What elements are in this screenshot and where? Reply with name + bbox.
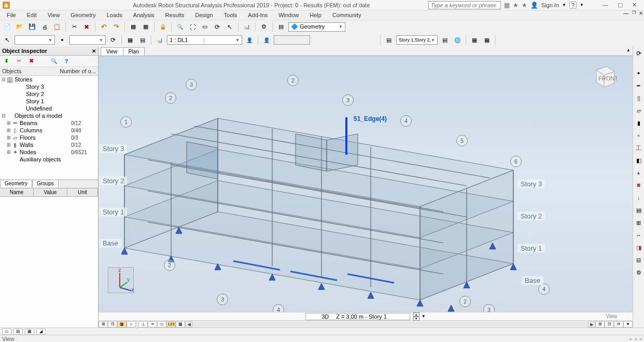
- release-button[interactable]: ✖: [634, 181, 643, 190]
- zoom-prev-button[interactable]: [200, 22, 210, 32]
- dropdown-icon[interactable]: ▼: [562, 3, 566, 7]
- axis-button[interactable]: ⊞: [634, 218, 643, 227]
- vscroll-up-button[interactable]: ▲: [626, 48, 631, 52]
- menu-analysis[interactable]: Analysis: [129, 11, 159, 19]
- tree-walls[interactable]: ⊞▮Walls0/12: [0, 141, 98, 148]
- selection-filter-button[interactable]: [125, 35, 135, 45]
- view-cube[interactable]: FRONT: [591, 62, 617, 88]
- opening-button[interactable]: ▫: [634, 131, 643, 140]
- menu-help[interactable]: Help: [305, 11, 326, 19]
- menu-loads[interactable]: Loads: [102, 11, 127, 19]
- osnap-button[interactable]: 123: [166, 321, 176, 327]
- disp-button[interactable]: ◢: [36, 329, 46, 335]
- mode-button[interactable]: [261, 35, 272, 45]
- story-combo[interactable]: Story 1,Story 2,S ▼: [396, 35, 438, 45]
- disp-button[interactable]: ▭: [2, 329, 11, 335]
- regenerate-button[interactable]: [634, 49, 643, 58]
- story-icon[interactable]: [384, 35, 394, 45]
- filter2-button[interactable]: ✂: [15, 57, 23, 65]
- minimize-button[interactable]: —: [603, 2, 608, 8]
- 3d-canvas[interactable]: 1 2 3 2 3 4 5 6 2 3 4 4 3 2 Story 3 Stor…: [99, 56, 633, 312]
- doc-minimize-button[interactable]: —: [623, 10, 628, 16]
- groups-tab[interactable]: Groups: [32, 180, 59, 187]
- autodesk-app-icon[interactable]: ▦: [504, 2, 510, 9]
- dimension-button[interactable]: [634, 230, 643, 240]
- view-tab[interactable]: View: [101, 47, 123, 56]
- tree-beams[interactable]: ⊞━Beams0/12: [0, 119, 98, 127]
- menu-edit[interactable]: Edit: [22, 11, 41, 19]
- support-button[interactable]: [634, 168, 643, 177]
- tree-story3[interactable]: Story 3: [0, 83, 98, 90]
- tree-aux[interactable]: Auxiliary objects: [0, 156, 98, 163]
- nav-button-3[interactable]: ⟳: [614, 321, 623, 327]
- select-bar-button[interactable]: [57, 35, 67, 45]
- loadcase-select-button[interactable]: [244, 35, 255, 45]
- tree-story1[interactable]: Story 1: [0, 98, 98, 105]
- cut-button[interactable]: [69, 22, 79, 32]
- menu-results[interactable]: Results: [161, 11, 189, 19]
- geometry-tab[interactable]: Geometry: [0, 180, 32, 187]
- menu-geometry[interactable]: Geometry: [66, 11, 100, 19]
- layout-icon[interactable]: [276, 22, 286, 32]
- nav-button-1[interactable]: ⊞: [595, 321, 605, 327]
- tree-floors[interactable]: ⊞▱Floors0/3: [0, 134, 98, 141]
- view-status-center[interactable]: 3D Z = 3,00 m - Story 1: [305, 313, 410, 320]
- menu-file[interactable]: File: [2, 11, 21, 19]
- pan-button[interactable]: [212, 22, 222, 32]
- story-filter-button[interactable]: [440, 35, 450, 45]
- select-node-button[interactable]: [2, 35, 12, 45]
- help-search-input[interactable]: [428, 1, 501, 9]
- nav-button-2[interactable]: ⊡: [605, 321, 614, 327]
- snap-pt-button[interactable]: ▭: [157, 321, 166, 327]
- inspector-search-button[interactable]: [50, 57, 58, 65]
- star-icon[interactable]: ★: [513, 2, 519, 9]
- cladding-button[interactable]: ◨: [634, 243, 643, 252]
- open-button[interactable]: [15, 22, 25, 32]
- hscroll-track[interactable]: [192, 321, 588, 327]
- save-button[interactable]: [27, 22, 37, 32]
- snap-button-2[interactable]: ⊡: [108, 321, 117, 327]
- menu-tools[interactable]: Tools: [219, 11, 242, 19]
- mode-combo[interactable]: [274, 35, 310, 45]
- menu-design[interactable]: Design: [190, 11, 217, 19]
- nav-button-4[interactable]: ▼: [623, 321, 633, 327]
- undo-button[interactable]: [99, 22, 109, 32]
- rotate-button[interactable]: [225, 22, 235, 32]
- wall-button[interactable]: [634, 118, 643, 128]
- bar-button[interactable]: [634, 81, 643, 90]
- menu-community[interactable]: Community: [328, 11, 366, 19]
- calculations-button[interactable]: [259, 22, 269, 32]
- tree-nodes[interactable]: ⊞✦Nodes0/6521: [0, 148, 98, 156]
- plan-tab[interactable]: Plan: [123, 47, 145, 56]
- filter1-button[interactable]: ⬍: [2, 57, 10, 65]
- menu-view[interactable]: View: [43, 11, 65, 19]
- table-button[interactable]: [141, 22, 151, 32]
- doc-close-button[interactable]: ✕: [639, 10, 643, 16]
- tree-undefined[interactable]: Undefined: [0, 105, 98, 112]
- dropdown-icon[interactable]: ▼: [580, 3, 584, 7]
- zoom-all-button[interactable]: [187, 22, 198, 32]
- slab-button[interactable]: [634, 106, 643, 115]
- maximize-button[interactable]: ▢: [618, 2, 623, 8]
- display-button-1[interactable]: [469, 35, 480, 45]
- material-button[interactable]: ◧: [634, 156, 643, 165]
- close-button[interactable]: ✕: [632, 2, 637, 8]
- sign-in-button[interactable]: Sign In: [541, 2, 559, 8]
- load-button[interactable]: [634, 193, 643, 202]
- doc-restore-button[interactable]: ❐: [632, 10, 636, 15]
- refresh-select-button[interactable]: [108, 35, 118, 45]
- zoom-window-button[interactable]: [175, 22, 185, 32]
- story-def-button[interactable]: ▤: [634, 206, 643, 215]
- sign-in-icon[interactable]: 👤: [530, 2, 538, 9]
- axis-triad[interactable]: z x y: [108, 267, 134, 293]
- tree-columns[interactable]: ⊞▯Columns0/48: [0, 127, 98, 134]
- hscroll-left-button[interactable]: ◀: [185, 321, 192, 327]
- snap-button-4[interactable]: ⌂: [127, 321, 136, 327]
- close-panel-button[interactable]: ✕: [92, 48, 96, 54]
- section-button[interactable]: [634, 143, 643, 153]
- edit-button[interactable]: [128, 22, 138, 32]
- disp-button[interactable]: ▦: [25, 329, 34, 335]
- screen-capture-button[interactable]: [242, 22, 252, 32]
- new-button[interactable]: [2, 22, 12, 32]
- redo-button[interactable]: [111, 22, 121, 32]
